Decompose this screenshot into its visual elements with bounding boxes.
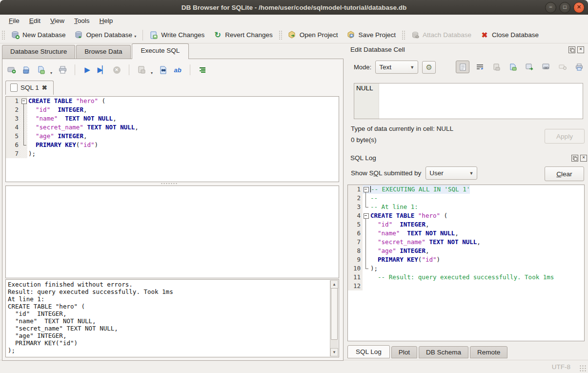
scrollbar-thumb[interactable] xyxy=(331,288,338,340)
execution-message-pane[interactable]: Execution finished without errors. Resul… xyxy=(5,279,339,357)
open-sql-dropdown-icon[interactable]: ▾ xyxy=(50,71,52,76)
sql-toolbar: ▾ ▶ ▶▏ ✕ ▾ ab xyxy=(7,63,207,76)
float-dock-icon[interactable] xyxy=(571,155,578,162)
cell-edit-area[interactable]: NULL xyxy=(354,83,583,119)
execute-sql-icon[interactable]: ▶ xyxy=(83,65,92,74)
code-text: "secret_name" TEXT NOT NULL, xyxy=(369,238,481,247)
line-number: 5 xyxy=(348,220,363,229)
sql-editor[interactable]: 1CREATE TABLE "hero" ( 2 "id" INTEGER, 3… xyxy=(5,96,339,182)
open-sql-in-tab-icon[interactable] xyxy=(37,65,45,74)
float-dock-icon[interactable] xyxy=(568,46,575,53)
revert-changes-button[interactable]: ↻ Revert Changes xyxy=(209,29,277,41)
save-results-icon xyxy=(137,65,146,74)
menu-tools[interactable]: Tools xyxy=(69,16,95,26)
maximize-button[interactable]: □ xyxy=(559,2,570,13)
window-controls: − □ ✕ xyxy=(545,2,585,13)
encoding-indicator: UTF-8 xyxy=(552,363,570,371)
dock-tab-bar: SQL Log Plot DB Schema Remote xyxy=(347,345,509,358)
open-database-dropdown-icon[interactable]: ▾ xyxy=(134,34,136,40)
close-sql-tab-icon[interactable]: ✖ xyxy=(42,84,47,91)
revert-changes-icon: ↻ xyxy=(213,31,222,40)
resize-grip[interactable] xyxy=(579,365,586,372)
new-sql-tab-icon[interactable] xyxy=(7,65,16,74)
close-button[interactable]: ✕ xyxy=(573,2,585,13)
title-bar[interactable]: DB Browser for SQLite - /home/user/code/… xyxy=(0,0,588,15)
code-line: 5 "age" INTEGER, xyxy=(6,132,339,141)
toolbar-handle[interactable] xyxy=(1,30,5,40)
toolbar-handle[interactable] xyxy=(279,30,282,40)
tab-remote[interactable]: Remote xyxy=(470,346,507,358)
fold-marker-icon[interactable] xyxy=(20,97,27,105)
open-sql-file-icon[interactable] xyxy=(22,65,31,74)
sql-toolbar-separator xyxy=(129,64,129,75)
fold-marker-icon[interactable] xyxy=(363,211,369,220)
sql-file-tab-label: SQL 1 xyxy=(20,84,39,91)
fold-line xyxy=(363,255,369,264)
execute-current-line-icon[interactable]: ▶▏ xyxy=(98,65,106,74)
tab-browse-data[interactable]: Browse Data xyxy=(76,45,130,59)
code-text: -- EXECUTING ALL IN 'SQL 1' xyxy=(369,185,470,194)
link-data-icon[interactable] xyxy=(540,61,552,73)
menu-view[interactable]: View xyxy=(45,16,69,26)
tab-db-schema[interactable]: DB Schema xyxy=(419,346,468,358)
line-number: 7 xyxy=(6,149,20,158)
line-number: 2 xyxy=(348,194,363,203)
save-project-icon xyxy=(347,31,356,40)
scroll-up-icon[interactable]: ▲ xyxy=(330,280,338,289)
code-line: 6 PRIMARY KEY("id") xyxy=(6,141,339,149)
line-number: 6 xyxy=(348,229,363,238)
close-database-button[interactable]: ✖ Close Database xyxy=(476,29,543,41)
tab-execute-sql[interactable]: Execute SQL xyxy=(132,43,189,59)
close-dock-icon[interactable]: ✕ xyxy=(580,155,587,162)
apply-button: Apply xyxy=(545,129,585,144)
line-number: 1 xyxy=(348,185,363,194)
word-wrap-icon[interactable] xyxy=(473,61,486,73)
log-line: 7 "secret_name" TEXT NOT NULL, xyxy=(348,238,584,247)
toolbar-handle[interactable] xyxy=(402,30,405,40)
tab-plot[interactable]: Plot xyxy=(391,346,417,358)
text-view-icon[interactable] xyxy=(456,61,469,73)
fold-line xyxy=(363,238,369,247)
main-toolbar: New Database Open Database ▾ Write Chang… xyxy=(0,27,588,43)
new-database-button[interactable]: New Database xyxy=(6,29,70,41)
write-changes-button[interactable]: Write Changes xyxy=(145,29,209,41)
fold-marker-icon[interactable] xyxy=(363,185,369,194)
print-cell-icon[interactable] xyxy=(573,61,586,73)
minimize-button[interactable]: − xyxy=(545,2,556,13)
sql-file-tab[interactable]: SQL 1 ✖ xyxy=(5,81,54,95)
line-number: 4 xyxy=(348,211,363,220)
open-project-button[interactable]: Open Project xyxy=(284,29,343,41)
find-icon[interactable] xyxy=(159,65,167,74)
open-database-button[interactable]: Open Database ▾ xyxy=(70,29,141,41)
cell-value: NULL xyxy=(356,84,373,92)
code-text: PRIMARY KEY("id") xyxy=(369,255,440,264)
fold-line xyxy=(363,194,369,203)
menu-help[interactable]: Help xyxy=(95,16,118,26)
clear-button[interactable]: Clear xyxy=(545,166,584,181)
menu-file[interactable]: File xyxy=(4,16,24,26)
scroll-down-icon[interactable]: ▼ xyxy=(330,348,338,356)
sql-log-pane[interactable]: 1-- EXECUTING ALL IN 'SQL 1' 2-- 3-- At … xyxy=(347,185,585,341)
save-project-button[interactable]: Save Project xyxy=(343,29,401,41)
log-line: 11 -- Result: query executed successfull… xyxy=(348,273,584,282)
scrollbar[interactable]: ▲ ▼ xyxy=(330,280,338,356)
chevron-down-icon: ▼ xyxy=(410,65,414,70)
log-line: 6 "name" TEXT NOT NULL, xyxy=(348,229,584,238)
results-grid[interactable] xyxy=(5,186,339,278)
log-line: 8 "age" INTEGER, xyxy=(348,247,584,255)
menu-edit[interactable]: Edit xyxy=(24,16,45,26)
submitter-select[interactable]: User▼ xyxy=(426,166,477,180)
export-cell-icon[interactable] xyxy=(507,61,519,73)
tab-database-structure[interactable]: Database Structure xyxy=(2,45,75,59)
cell-mode-row: Mode: Text▼ ⚙ xyxy=(354,61,436,74)
format-sql-icon[interactable] xyxy=(198,65,207,74)
auto-complete-icon[interactable]: ab xyxy=(173,65,182,74)
close-dock-icon[interactable]: ✕ xyxy=(577,46,584,53)
splitter-handle[interactable] xyxy=(2,182,335,185)
open-in-app-icon[interactable] xyxy=(523,61,536,73)
mode-select[interactable]: Text▼ xyxy=(375,61,418,74)
print-sql-icon[interactable] xyxy=(58,65,67,74)
apply-settings-button[interactable]: ⚙ xyxy=(422,61,436,74)
code-text: "id" INTEGER, xyxy=(369,220,429,229)
tab-sql-log[interactable]: SQL Log xyxy=(347,345,390,358)
